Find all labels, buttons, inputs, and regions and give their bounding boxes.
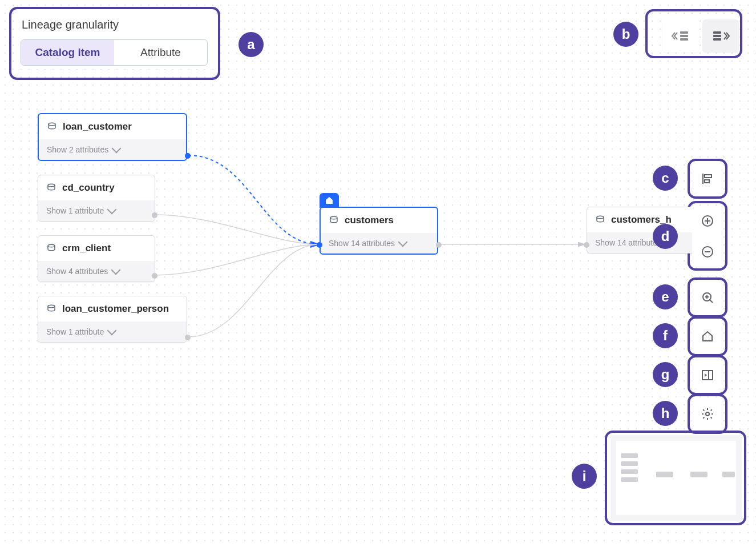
node-attributes-toggle[interactable]: Show 1 attribute [38,200,155,221]
svg-rect-5 [713,38,721,41]
expand-left-button[interactable] [662,19,699,53]
port-out[interactable] [436,242,442,248]
port-out[interactable] [185,153,191,159]
minimap-viewport [616,441,736,515]
expand-controls [656,14,746,58]
svg-point-10 [330,216,337,219]
toggle-side-panel-button[interactable] [692,360,723,391]
zoom-in-button[interactable] [692,206,723,236]
node-customers-h[interactable]: customers_h Show 14 attributes [587,207,705,254]
granularity-option-attribute[interactable]: Attribute [114,40,207,65]
chevron-down-icon [111,266,121,275]
align-left-icon [701,172,714,186]
chevron-down-icon [112,144,122,154]
svg-line-23 [710,300,713,303]
node-loan-customer[interactable]: loan_customer Show 2 attributes [38,113,187,161]
node-attributes-toggle[interactable]: Show 4 attributes [38,261,155,281]
node-attributes-toggle[interactable]: Show 2 attributes [39,139,186,160]
node-title: loan_customer_person [62,303,169,315]
table-icon [46,243,56,254]
tool-group-home [692,321,723,352]
table-icon [46,304,56,314]
tool-group-panel [692,360,723,391]
svg-point-9 [48,305,55,308]
table-icon [595,215,605,225]
expand-right-icon [710,28,731,44]
svg-rect-24 [702,371,713,380]
chevron-down-icon [107,205,117,215]
node-attributes-toggle[interactable]: Show 14 attributes [587,232,705,253]
annotation-badge-e: e [653,284,678,309]
fit-view-icon [701,291,714,304]
annotation-badge-c: c [653,166,678,191]
port-out[interactable] [152,212,157,218]
granularity-segmented: Catalog item Attribute [21,39,208,66]
table-icon [46,183,56,193]
granularity-title: Lineage granularity [15,11,213,39]
svg-rect-14 [705,180,709,183]
zoom-out-icon [701,245,714,259]
home-icon [325,196,334,205]
zoom-in-icon [701,214,714,228]
svg-rect-0 [680,31,688,34]
node-attributes-toggle[interactable]: Show 14 attributes [321,233,437,254]
svg-point-7 [48,184,55,187]
node-title: crm_client [62,243,111,254]
home-button[interactable] [692,321,723,352]
node-title: loan_customer [63,121,132,132]
svg-rect-13 [705,175,711,178]
annotation-badge-h: h [653,401,678,426]
tool-group-fit [692,282,723,313]
svg-rect-4 [713,35,721,37]
table-icon [329,215,339,226]
port-out[interactable] [152,273,157,279]
annotation-badge-f: f [653,323,678,348]
align-button[interactable] [692,163,723,194]
chevron-down-icon [107,326,117,336]
granularity-option-catalog-item[interactable]: Catalog item [21,40,114,65]
tool-group-align [692,163,723,194]
annotation-badge-g: g [653,362,678,387]
panel-collapse-icon [701,368,714,382]
chevron-down-icon [398,238,407,247]
zoom-out-button[interactable] [692,236,723,267]
node-attributes-toggle[interactable]: Show 1 attribute [38,321,187,342]
gear-icon [701,407,714,421]
expand-right-button[interactable] [702,19,739,53]
minimap[interactable] [611,435,742,521]
home-icon [701,329,714,343]
settings-button[interactable] [692,399,723,429]
fit-view-button[interactable] [692,282,723,313]
port-in[interactable] [317,242,322,248]
svg-point-11 [597,216,604,219]
granularity-panel: Lineage granularity Catalog item Attribu… [15,11,213,69]
node-title: cd_country [62,182,115,194]
svg-point-26 [706,412,709,416]
svg-point-8 [48,244,55,247]
port-out[interactable] [185,335,191,340]
annotation-badge-b: b [613,22,638,47]
annotation-badge-a: a [238,32,264,57]
annotation-badge-d: d [653,224,678,249]
svg-rect-3 [713,31,721,34]
port-in[interactable] [584,242,589,248]
svg-rect-2 [680,38,688,41]
table-icon [47,122,57,132]
home-tab [320,193,339,208]
node-crm-client[interactable]: crm_client Show 4 attributes [38,235,155,282]
annotation-badge-i: i [572,464,597,489]
node-cd-country[interactable]: cd_country Show 1 attribute [38,175,155,222]
expand-left-icon [670,28,691,44]
node-loan-customer-person[interactable]: loan_customer_person Show 1 attribute [38,296,187,343]
tool-group-settings [692,399,723,429]
tool-group-zoom [692,206,723,267]
svg-rect-1 [680,35,688,37]
node-customers[interactable]: customers Show 14 attributes [320,207,438,255]
svg-point-6 [48,123,55,126]
node-title: customers [345,215,394,226]
